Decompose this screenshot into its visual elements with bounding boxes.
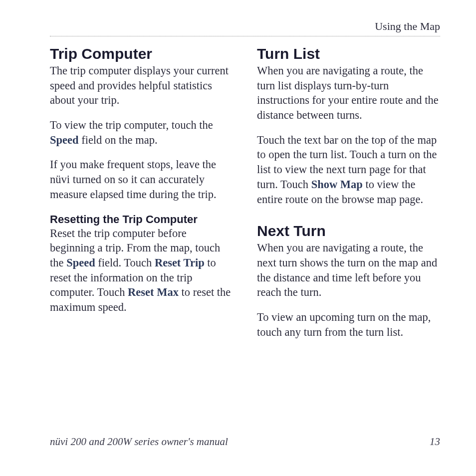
content-columns: Trip Computer The trip computer displays… <box>50 45 440 349</box>
page-header: Using the Map <box>50 20 440 36</box>
next-turn-view: To view an upcoming turn on the map, tou… <box>257 310 440 339</box>
trip-computer-intro: The trip computer displays your current … <box>50 63 233 108</box>
keyword-reset-max: Reset Max <box>128 286 179 298</box>
reset-trip-paragraph: Reset the trip computer before beginning… <box>50 226 233 315</box>
heading-reset-trip: Resetting the Trip Computer <box>50 213 233 226</box>
keyword-reset-trip: Reset Trip <box>155 256 205 269</box>
heading-trip-computer: Trip Computer <box>50 45 233 62</box>
heading-turn-list: Turn List <box>257 45 440 62</box>
left-column: Trip Computer The trip computer displays… <box>50 45 233 349</box>
turn-list-instructions: Touch the text bar on the top of the map… <box>257 133 440 207</box>
text: field. Touch <box>95 256 155 269</box>
keyword-show-map: Show Map <box>311 178 363 191</box>
keyword-speed: Speed <box>50 134 79 146</box>
right-column: Turn List When you are navigating a rout… <box>257 45 440 349</box>
footer-title: nüvi 200 and 200W series owner's manual <box>50 436 228 448</box>
text: field on the map. <box>79 134 158 146</box>
next-turn-intro: When you are navigating a route, the nex… <box>257 240 440 300</box>
heading-next-turn: Next Turn <box>257 223 440 239</box>
page-number: 13 <box>430 436 440 448</box>
turn-list-intro: When you are navigating a route, the tur… <box>257 63 440 123</box>
text: To view the trip computer, touch the <box>50 119 213 131</box>
trip-computer-stops: If you make frequent stops, leave the nü… <box>50 157 233 202</box>
keyword-speed-2: Speed <box>66 256 95 269</box>
section-title: Using the Map <box>375 20 440 32</box>
trip-computer-view: To view the trip computer, touch the Spe… <box>50 118 233 147</box>
page-footer: nüvi 200 and 200W series owner's manual … <box>50 436 440 448</box>
